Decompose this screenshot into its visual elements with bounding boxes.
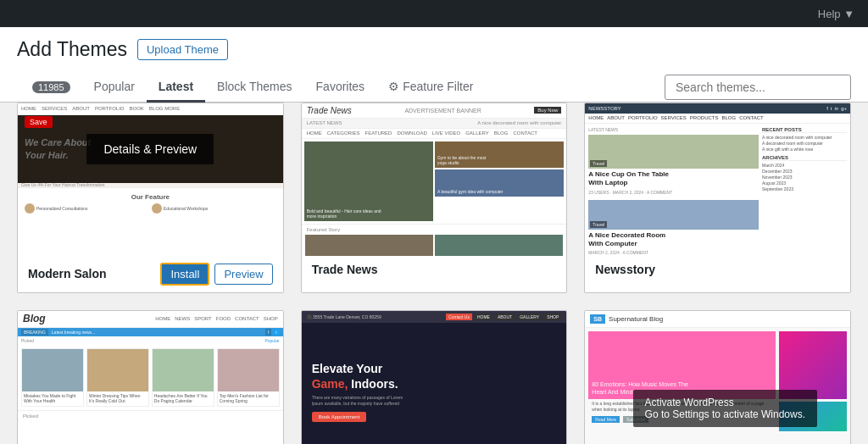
- trade-grid: Bold and beautiful - Hair care ideas and…: [302, 139, 567, 224]
- activate-link[interactable]: Go to Settings to activate Windows.: [645, 408, 805, 420]
- blog-header-bar: Blog HOME NEWS SPORT FOOD CONTACT SHOP: [18, 311, 283, 328]
- theme-card-blog: Blog HOME NEWS SPORT FOOD CONTACT SHOP B…: [17, 310, 284, 444]
- blog-footer: Picked: [18, 410, 283, 421]
- theme-preview-modern-salon: Save HOME SERVICES ABOUT PORTFOLIO BOOK …: [18, 103, 283, 256]
- top-bar: Help ▼: [0, 0, 868, 27]
- tab-count[interactable]: 11985: [17, 73, 82, 103]
- activate-notice: Activate WordPress Go to Settings to act…: [633, 390, 817, 427]
- theme-name-trade-news: Trade News: [312, 263, 378, 276]
- theme-preview-newsstory: NEWSSTORY f t in g+ HOME ABOUT PORTFOLIO…: [585, 103, 850, 256]
- news-top-bar: NEWSSTORY f t in g+: [585, 103, 850, 114]
- save-badge: Save: [25, 116, 53, 128]
- super-read-more[interactable]: Read More: [592, 416, 620, 423]
- gear-icon: ⚙: [388, 80, 399, 93]
- salon-features: Our Feature Personalized Consultations E…: [18, 188, 283, 219]
- feature-filter-label: Feature Filter: [403, 80, 473, 93]
- theme-actions-modern-salon: Install Preview: [160, 263, 272, 286]
- trade-header: Trade News ADVERTISEMENT BANNER Buy Now: [302, 103, 567, 119]
- sports-hero-text: Elevate YourGame, Indoors.: [312, 361, 398, 391]
- news-content: LATEST NEWS Travel A Nice Cup On The Tab…: [585, 124, 850, 256]
- page-header: Add Themes Upload Theme 11985 Popular La…: [0, 27, 868, 103]
- tab-block-themes[interactable]: Block Themes: [205, 73, 303, 103]
- sports-top-bar: ⚫ 3555 Trade Lane Denver, CO 80259 Conta…: [302, 311, 567, 323]
- blog-card: Winter Dressing Tips When It's Really Co…: [86, 348, 149, 407]
- theme-footer-newsstory: Newsstory: [585, 256, 850, 283]
- tab-favorites[interactable]: Favorites: [304, 73, 377, 103]
- blog-card: Top Men's Fashion List for Coming Spring: [217, 348, 280, 407]
- sports-cta-btn[interactable]: Book Appointment: [312, 412, 367, 422]
- theme-card-trade-news: Trade News ADVERTISEMENT BANNER Buy Now …: [301, 103, 568, 293]
- theme-overlay: Details & Preview: [18, 115, 283, 183]
- upload-theme-button[interactable]: Upload Theme: [137, 39, 228, 60]
- details-preview-button[interactable]: Details & Preview: [86, 134, 214, 164]
- theme-footer-modern-salon: Modern Salon Install Preview: [18, 256, 283, 292]
- salon-nav: HOME SERVICES ABOUT PORTFOLIO BOOK BLOG …: [18, 103, 283, 115]
- theme-card-newsstory: NEWSSTORY f t in g+ HOME ABOUT PORTFOLIO…: [584, 103, 851, 293]
- blog-grid: Mistakes You Made to Fight With Your Hea…: [18, 345, 283, 410]
- help-button[interactable]: Help ▼: [818, 8, 854, 20]
- tab-popular[interactable]: Popular: [82, 73, 147, 103]
- blog-card: Headaches Are Better If You Do Paging Ca…: [152, 348, 214, 407]
- theme-preview-blog: Blog HOME NEWS SPORT FOOD CONTACT SHOP B…: [18, 311, 283, 444]
- theme-preview-sports: ⚫ 3555 Trade Lane Denver, CO 80259 Conta…: [302, 311, 567, 444]
- themes-count: 11985: [32, 81, 70, 93]
- tabs-row: 11985 Popular Latest Block Themes Favori…: [17, 73, 851, 102]
- install-button-modern-salon[interactable]: Install: [160, 263, 209, 286]
- tab-feature-filter[interactable]: ⚙ Feature Filter: [376, 73, 485, 103]
- blog-card: Mistakes You Made to Fight With Your Hea…: [21, 348, 84, 407]
- page-title: Add Themes: [17, 37, 127, 63]
- trade-featured-label: Featured Story: [302, 224, 567, 235]
- activate-text: Activate WordPress: [645, 397, 734, 408]
- super-header: SB Supernatural Blog: [585, 311, 850, 328]
- theme-footer-trade-news: Trade News: [302, 256, 567, 283]
- theme-card-sports: ⚫ 3555 Trade Lane Denver, CO 80259 Conta…: [301, 310, 568, 444]
- blog-ticker: BREAKING Latest breaking news... f t: [18, 328, 283, 336]
- preview-button-modern-salon[interactable]: Preview: [214, 264, 272, 285]
- theme-name-newsstory: Newsstory: [595, 263, 655, 276]
- theme-card-modern-salon: Save HOME SERVICES ABOUT PORTFOLIO BOOK …: [17, 103, 284, 293]
- theme-name-modern-salon: Modern Salon: [28, 267, 107, 280]
- search-input[interactable]: [665, 75, 851, 100]
- theme-preview-trade-news: Trade News ADVERTISEMENT BANNER Buy Now …: [302, 103, 567, 256]
- tab-latest[interactable]: Latest: [147, 73, 205, 103]
